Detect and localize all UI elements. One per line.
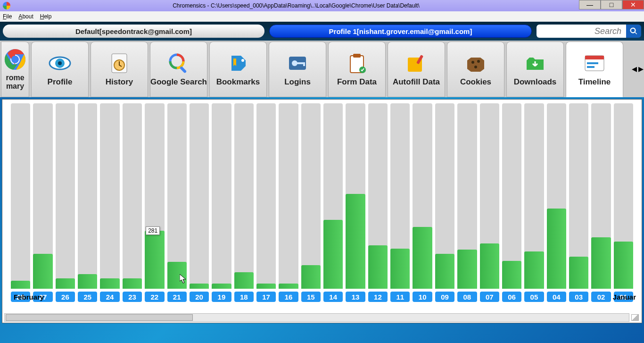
- bar-column[interactable]: 15: [301, 103, 321, 302]
- day-label[interactable]: 13: [346, 292, 365, 302]
- day-label[interactable]: 24: [100, 292, 119, 302]
- tab-history[interactable]: History: [91, 42, 148, 97]
- day-label[interactable]: 05: [524, 292, 544, 302]
- search-input[interactable]: [537, 25, 626, 38]
- bar-column[interactable]: 21: [167, 103, 187, 302]
- bar-column[interactable]: 16: [279, 103, 298, 302]
- bar-track: [234, 103, 254, 289]
- tab-form-data[interactable]: Form Data: [328, 42, 386, 97]
- day-label[interactable]: 14: [323, 292, 343, 302]
- tab-autofill-data[interactable]: Autofill Data: [388, 42, 445, 97]
- bar-column[interactable]: 28122: [145, 103, 164, 302]
- bar-column[interactable]: 17: [256, 103, 276, 302]
- tab-chrome-summary[interactable]: rome mary: [1, 42, 29, 97]
- bar-fill: [279, 284, 298, 289]
- day-label[interactable]: 15: [301, 292, 321, 302]
- bar-column[interactable]: 13: [346, 103, 365, 302]
- bar-column[interactable]: 28: [11, 103, 30, 302]
- chrome-icon: [4, 48, 26, 71]
- day-label[interactable]: 18: [234, 292, 254, 302]
- day-label[interactable]: 09: [435, 292, 454, 302]
- search-button[interactable]: [626, 25, 641, 38]
- bar-fill: [614, 242, 633, 289]
- bar-column[interactable]: 01: [614, 103, 633, 302]
- day-label[interactable]: 06: [502, 292, 521, 302]
- bar-column[interactable]: 06: [502, 103, 521, 302]
- tab-label: Downloads: [514, 77, 557, 87]
- day-label[interactable]: 04: [547, 292, 566, 302]
- minimize-button[interactable]: —: [579, 0, 601, 9]
- bar-track: 281: [145, 103, 164, 289]
- bar-column[interactable]: 25: [78, 103, 97, 302]
- bar-column[interactable]: 09: [435, 103, 454, 302]
- bar-fill: [145, 231, 164, 289]
- bar-fill: [78, 274, 97, 289]
- maximize-button[interactable]: □: [601, 0, 622, 9]
- bar-track: [435, 103, 454, 289]
- bar-column[interactable]: 08: [457, 103, 477, 302]
- tab-cookies[interactable]: Cookies: [447, 42, 504, 97]
- tab-profile[interactable]: Profile: [31, 42, 89, 97]
- profile-default-pill[interactable]: Default[speedontrack@gmail.com]: [3, 25, 264, 38]
- day-label[interactable]: 08: [457, 292, 477, 302]
- bar-column[interactable]: 07: [480, 103, 499, 302]
- tab-logins[interactable]: Logins: [269, 42, 326, 97]
- svg-rect-9: [180, 66, 187, 74]
- tabs-scroll-right[interactable]: ▸: [637, 62, 644, 75]
- bar-column[interactable]: 27: [33, 103, 52, 302]
- autofill-icon: [405, 52, 428, 75]
- scrollbar-thumb[interactable]: [6, 314, 193, 321]
- tab-label: Timeline: [578, 77, 611, 87]
- toolbar-tabs: rome mary Profile History Google Search …: [0, 41, 644, 97]
- bar-fill: [524, 251, 544, 289]
- day-label[interactable]: 03: [569, 292, 588, 302]
- bar-column[interactable]: 10: [413, 103, 432, 302]
- menu-file[interactable]: File: [3, 13, 12, 20]
- bar-track: [256, 103, 276, 289]
- tab-downloads[interactable]: Downloads: [506, 42, 564, 97]
- bar-column[interactable]: 14: [323, 103, 343, 302]
- bar-fill: [33, 254, 52, 289]
- tab-label: Logins: [284, 77, 311, 87]
- bar-column[interactable]: 23: [123, 103, 142, 302]
- bar-column[interactable]: 02: [591, 103, 611, 302]
- tab-google-search[interactable]: Google Search: [150, 42, 207, 97]
- svg-rect-14: [303, 62, 305, 66]
- bar-column[interactable]: 03: [569, 103, 588, 302]
- bar-column[interactable]: 11: [390, 103, 410, 302]
- bar-track: [524, 103, 544, 289]
- tab-timeline[interactable]: Timeline: [566, 42, 623, 97]
- day-label[interactable]: 07: [480, 292, 499, 302]
- menu-about[interactable]: About: [18, 13, 33, 20]
- day-label[interactable]: 22: [145, 292, 164, 302]
- day-label[interactable]: 10: [413, 292, 432, 302]
- day-label[interactable]: 02: [591, 292, 611, 302]
- day-label[interactable]: 19: [212, 292, 231, 302]
- bar-column[interactable]: 18: [234, 103, 254, 302]
- day-label[interactable]: 17: [256, 292, 276, 302]
- day-label[interactable]: 11: [390, 292, 410, 302]
- horizontal-scrollbar[interactable]: [4, 313, 629, 322]
- day-label[interactable]: 26: [56, 292, 75, 302]
- svg-rect-24: [585, 56, 604, 59]
- close-button[interactable]: ✕: [622, 0, 644, 9]
- bar-column[interactable]: 26: [56, 103, 75, 302]
- bar-column[interactable]: 19: [212, 103, 231, 302]
- day-label[interactable]: 20: [190, 292, 209, 302]
- tabs-scroll-left[interactable]: ◂: [631, 62, 637, 75]
- bar-column[interactable]: 05: [524, 103, 544, 302]
- cookie-icon: [464, 52, 487, 75]
- day-label[interactable]: 16: [279, 292, 298, 302]
- bar-column[interactable]: 24: [100, 103, 119, 302]
- tab-bookmarks[interactable]: Bookmarks: [209, 42, 267, 97]
- bar-column[interactable]: 20: [190, 103, 209, 302]
- bar-column[interactable]: 12: [368, 103, 388, 302]
- day-label[interactable]: 21: [167, 292, 187, 302]
- profile-active-pill[interactable]: Profile 1[nishant.grover.email@gmail.com…: [269, 25, 532, 38]
- day-label[interactable]: 12: [368, 292, 388, 302]
- resize-grip[interactable]: [631, 314, 639, 321]
- menu-help[interactable]: Help: [40, 13, 52, 20]
- day-label[interactable]: 25: [78, 292, 97, 302]
- day-label[interactable]: 23: [123, 292, 142, 302]
- bar-column[interactable]: 04: [547, 103, 566, 302]
